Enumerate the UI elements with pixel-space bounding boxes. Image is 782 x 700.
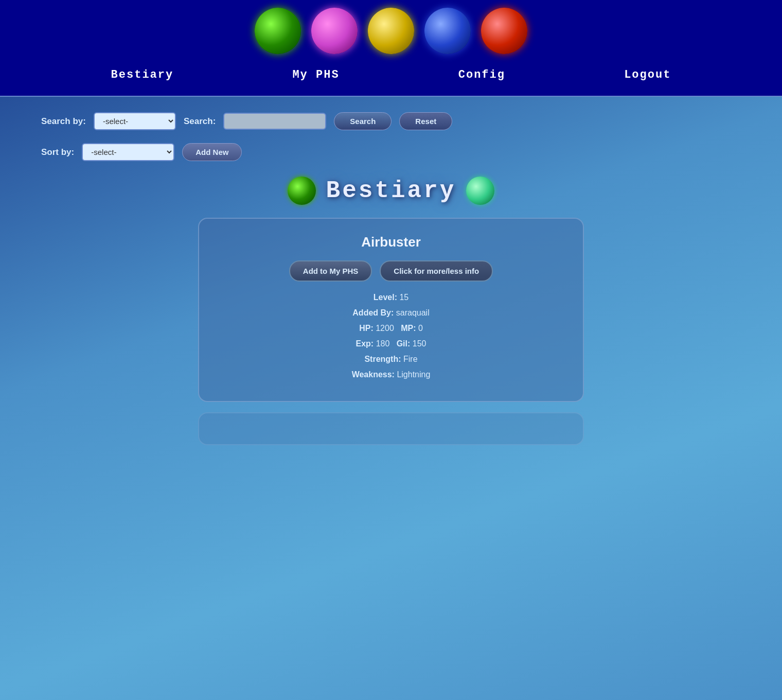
- search-by-label: Search by:: [41, 116, 86, 127]
- monster-card-placeholder: [198, 412, 584, 445]
- search-button[interactable]: Search: [334, 112, 392, 130]
- more-info-button[interactable]: Click for more/less info: [380, 260, 493, 282]
- add-to-phs-button[interactable]: Add to My PHS: [289, 260, 372, 282]
- nav-my-phs[interactable]: My PHS: [292, 68, 339, 81]
- title-orb-left: [288, 177, 316, 205]
- sort-by-select[interactable]: -select- Name Level HP Exp Gil: [82, 143, 174, 161]
- title-orb-right: [466, 177, 494, 205]
- search-by-select[interactable]: -select- Name Level Strength Weakness: [94, 112, 176, 130]
- sort-row: Sort by: -select- Name Level HP Exp Gil …: [41, 143, 741, 161]
- nav-bestiary[interactable]: Bestiary: [111, 68, 174, 81]
- header: Bestiary My PHS Config Logout: [0, 0, 782, 97]
- pink-orb: [311, 8, 358, 54]
- monster-name: Airbuster: [220, 234, 562, 250]
- nav-config[interactable]: Config: [458, 68, 505, 81]
- search-row: Search by: -select- Name Level Strength …: [41, 112, 741, 130]
- monster-added-by: Added By: saraquail: [220, 308, 562, 318]
- nav-row: Bestiary My PHS Config Logout: [0, 59, 782, 91]
- monster-buttons: Add to My PHS Click for more/less info: [220, 260, 562, 282]
- nav-logout[interactable]: Logout: [624, 68, 671, 81]
- bestiary-title-row: Bestiary: [41, 177, 741, 205]
- monster-strength: Strength: Fire: [220, 355, 562, 364]
- bestiary-title: Bestiary: [326, 178, 456, 204]
- search-input[interactable]: [223, 113, 326, 130]
- monster-card-airbuster: Airbuster Add to My PHS Click for more/l…: [198, 218, 584, 402]
- add-new-button[interactable]: Add New: [182, 143, 242, 161]
- main-content: Search by: -select- Name Level Strength …: [0, 97, 782, 471]
- sort-by-label: Sort by:: [41, 147, 74, 157]
- monster-weakness: Weakness: Lightning: [220, 370, 562, 379]
- reset-button[interactable]: Reset: [399, 112, 452, 130]
- blue-orb: [424, 8, 471, 54]
- monster-hp-mp: HP: 1200 MP: 0: [220, 324, 562, 333]
- green-orb: [255, 8, 301, 54]
- search-label: Search:: [184, 116, 216, 127]
- monster-exp-gil: Exp: 180 Gil: 150: [220, 339, 562, 348]
- yellow-orb: [368, 8, 414, 54]
- red-orb: [481, 8, 527, 54]
- orbs-row: [255, 8, 527, 54]
- monster-level: Level: 15: [220, 293, 562, 302]
